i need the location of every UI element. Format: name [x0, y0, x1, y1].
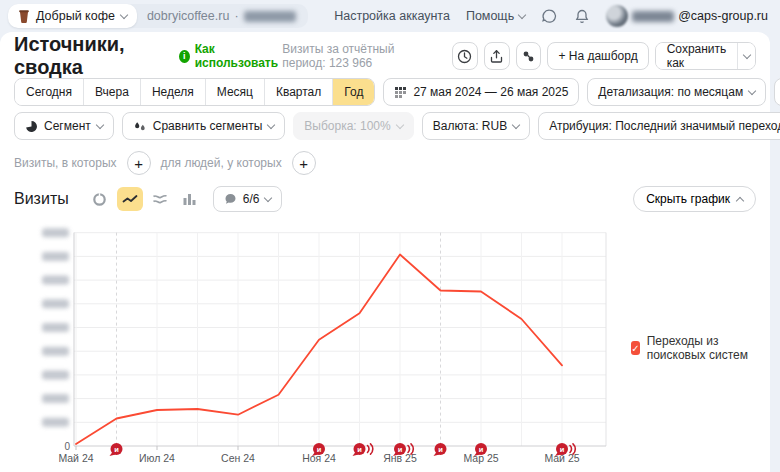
chevron-down-icon — [267, 120, 275, 128]
counter-info[interactable]: dobryicoffee.ru · — [137, 9, 308, 23]
add-to-dashboard-button[interactable]: + На дашборд — [547, 42, 648, 70]
two-dots-icon — [521, 49, 536, 64]
svg-text:и: и — [398, 445, 403, 454]
chevron-down-icon — [395, 120, 403, 128]
segment-label: Сегмент — [44, 119, 91, 133]
help-label: Помощь — [466, 9, 514, 23]
history-button[interactable] — [452, 42, 478, 70]
date-range-button[interactable]: 27 мая 2024 — 26 мая 2025 — [383, 78, 579, 106]
project-selector[interactable]: Добрый кофе — [8, 4, 137, 28]
compare-segments-label: Сравнить сегменты — [153, 119, 263, 133]
chart-title: Визиты — [14, 190, 69, 208]
project-name: Добрый кофе — [36, 9, 115, 23]
segment-dropdown[interactable]: Сегмент — [14, 112, 114, 140]
svg-text:и: и — [438, 445, 443, 454]
help-menu[interactable]: Помощь — [466, 9, 525, 23]
line-chart-icon[interactable] — [117, 187, 143, 211]
legend-item-search-traffic[interactable]: ✓ Переходы из поисковых систем — [631, 334, 756, 362]
sampling-dropdown: Выборка: 100% — [293, 112, 413, 140]
project-selector-group: Добрый кофе dobryicoffee.ru · — [8, 4, 308, 28]
annotation-marker[interactable]: и — [555, 443, 575, 456]
chevron-down-icon — [120, 10, 128, 18]
save-as-split-button: Сохранить как — [655, 42, 756, 70]
svg-text:и: и — [317, 445, 322, 454]
data-mode-dropdown[interactable]: Данные: с роботами — [774, 78, 780, 106]
metrics-button[interactable] — [516, 42, 542, 70]
top-bar: Добрый кофе dobryicoffee.ru · Настройка … — [0, 0, 780, 32]
chevron-down-icon — [742, 50, 750, 58]
add-visits-filter-button[interactable]: + — [127, 151, 151, 175]
period-tab-месяц[interactable]: Месяц — [206, 79, 265, 105]
chevron-down-icon — [512, 120, 520, 128]
save-as-dropdown-button[interactable] — [737, 43, 755, 69]
currency-dropdown[interactable]: Валюта: RUB — [422, 112, 530, 140]
svg-text:Сен 24: Сен 24 — [221, 452, 255, 464]
legend-label: Переходы из поисковых систем — [647, 334, 756, 362]
notifications-bell-icon[interactable] — [574, 8, 590, 25]
annotation-marker[interactable]: и — [353, 443, 373, 456]
chevron-down-icon — [264, 193, 272, 201]
chevron-down-icon — [518, 10, 526, 18]
compare-segments-dropdown[interactable]: Сравнить сегменты — [122, 112, 286, 140]
attribution-dropdown[interactable]: Атрибуция: Последний значимый переход кд — [538, 112, 780, 140]
legend-checkbox-checked[interactable]: ✓ — [631, 341, 640, 355]
compare-drops-icon — [133, 120, 147, 133]
comment-bubble-icon — [224, 193, 237, 205]
period-tab-вчера[interactable]: Вчера — [84, 79, 141, 105]
histogram-icon[interactable] — [177, 187, 203, 211]
stacked-area-icon[interactable] — [147, 187, 173, 211]
chart-area: 0Май 24Июл 24Сен 24Ноя 24Янв 25Мар 25Май… — [14, 216, 756, 468]
export-button[interactable] — [484, 42, 510, 70]
detail-value: Детализация: по месяцам — [598, 85, 743, 99]
hide-chart-label: Скрыть график — [646, 192, 730, 206]
avatar — [606, 5, 628, 27]
sampling-value: Выборка: 100% — [304, 119, 390, 133]
add-people-filter-button[interactable]: + — [292, 151, 316, 175]
pie-chart-icon[interactable] — [87, 187, 113, 211]
svg-text:0: 0 — [64, 441, 70, 452]
hide-chart-button[interactable]: Скрыть график — [633, 186, 756, 212]
chevron-down-icon — [96, 120, 104, 128]
detail-dropdown[interactable]: Детализация: по месяцам — [587, 78, 766, 106]
email-prefix-redacted — [632, 11, 674, 22]
period-tab-квартал[interactable]: Квартал — [265, 79, 333, 105]
account-settings-link[interactable]: Настройка аккаунта — [334, 9, 450, 23]
svg-text:и: и — [114, 445, 119, 454]
coffee-cup-icon — [18, 9, 30, 23]
people-filter-label: для людей, у которых — [161, 156, 282, 170]
svg-text:и: и — [479, 445, 484, 454]
info-icon: i — [179, 50, 190, 63]
annotation-marker[interactable]: и — [110, 443, 123, 456]
annotations-button[interactable]: 6/6 — [213, 186, 283, 212]
currency-value: Валюта: RUB — [433, 119, 507, 133]
visits-period-summary: Визиты за отчётный период: 123 966 — [282, 42, 440, 70]
counter-id-redacted — [244, 11, 296, 22]
counter-separator: · — [234, 9, 238, 23]
report-card: Источники, сводка i Как использовать Виз… — [0, 32, 770, 472]
counter-site: dobryicoffee.ru — [147, 9, 229, 23]
how-to-use-link[interactable]: i Как использовать — [179, 42, 282, 70]
annotation-marker[interactable]: и — [393, 443, 413, 456]
visits-filter-label: Визиты, в которых — [14, 156, 117, 170]
annotations-count: 6/6 — [243, 192, 260, 206]
period-tab-неделя[interactable]: Неделя — [141, 79, 206, 105]
user-account[interactable]: @caps-group.ru — [606, 5, 768, 27]
chevron-down-icon — [748, 86, 756, 94]
chart-type-toggle — [87, 187, 203, 211]
period-tab-год[interactable]: Год — [333, 79, 374, 105]
attribution-value: Атрибуция: Последний значимый переход — [549, 119, 780, 133]
date-range-value: 27 мая 2024 — 26 мая 2025 — [413, 85, 568, 99]
calendar-icon — [394, 86, 407, 99]
feedback-chat-icon[interactable] — [541, 8, 558, 25]
segment-pie-icon — [25, 120, 38, 133]
svg-text:Май 24: Май 24 — [58, 452, 93, 464]
period-tab-сегодня[interactable]: Сегодня — [15, 79, 84, 105]
export-icon — [489, 49, 504, 64]
svg-text:и: и — [560, 445, 565, 454]
annotation-marker[interactable]: и — [434, 443, 447, 456]
clock-icon — [457, 49, 472, 64]
period-tabs: СегодняВчераНеделяМесяцКварталГод — [14, 78, 375, 106]
save-as-button[interactable]: Сохранить как — [656, 43, 738, 69]
chevron-up-icon — [736, 196, 744, 204]
svg-text:и: и — [357, 445, 362, 454]
